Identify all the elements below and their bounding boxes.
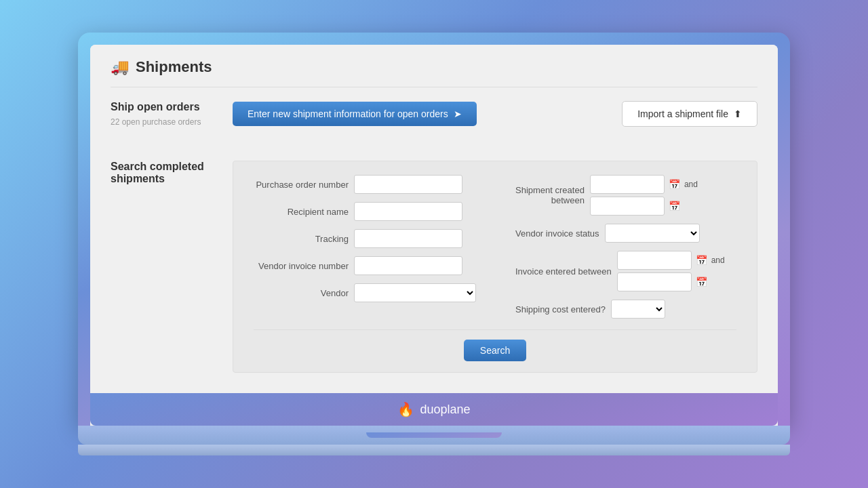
- duoplane-footer: 🔥 duoplane: [90, 393, 778, 426]
- import-shipment-button[interactable]: Import a shipment file ⬆: [622, 101, 757, 127]
- laptop-base: [78, 426, 790, 445]
- ship-open-orders-section: Ship open orders 22 open purchase orders…: [111, 101, 757, 140]
- shipment-created-label: Shipment createdbetween: [515, 185, 585, 205]
- ship-open-orders-label: Ship open orders 22 open purchase orders: [111, 101, 219, 127]
- invoice-entered-row: Invoice entered between 📅 and: [515, 251, 736, 291]
- invoice-entered-end[interactable]: [617, 272, 692, 291]
- import-shipment-label: Import a shipment file: [637, 108, 728, 119]
- shipment-created-row: Shipment createdbetween 📅 and: [515, 175, 736, 216]
- search-form: Purchase order number Recipient name: [233, 161, 757, 373]
- search-completed-label: Search completedshipments: [111, 161, 219, 373]
- shipping-cost-select[interactable]: Yes No: [611, 300, 665, 319]
- purchase-order-input[interactable]: [354, 175, 462, 194]
- shipment-created-end-row: 📅: [590, 197, 698, 216]
- vendor-invoice-status-select[interactable]: [605, 224, 700, 243]
- recipient-name-input[interactable]: [354, 202, 462, 221]
- ship-actions: Enter new shipment information for open …: [233, 101, 757, 127]
- search-button[interactable]: Search: [464, 340, 526, 361]
- invoice-entered-dates: 📅 and 📅: [617, 251, 725, 291]
- upload-icon: ⬆: [734, 108, 742, 119]
- invoice-entered-label: Invoice entered between: [515, 266, 612, 277]
- search-completed-heading: Search completedshipments: [111, 161, 219, 185]
- shipment-created-start-row: 📅 and: [590, 175, 698, 194]
- vendor-label: Vendor: [254, 288, 349, 298]
- laptop-stand: [78, 445, 790, 455]
- search-section: Search completedshipments Purchase order…: [111, 161, 757, 373]
- shipping-cost-label: Shipping cost entered?: [515, 304, 606, 314]
- vendor-invoice-status-row: Vendor invoice status: [515, 224, 736, 243]
- duoplane-logo-icon: 🔥: [397, 401, 414, 418]
- recipient-name-row: Recipient name: [254, 202, 481, 221]
- calendar-icon-1[interactable]: 📅: [669, 179, 680, 190]
- tracking-input[interactable]: [354, 229, 462, 248]
- tracking-label: Tracking: [254, 234, 349, 244]
- laptop-notch: [366, 432, 502, 438]
- calendar-icon-4[interactable]: 📅: [696, 277, 707, 287]
- vendor-invoice-number-row: Vendor invoice number: [254, 256, 481, 275]
- search-bar: Search: [254, 329, 736, 361]
- and-label-1: and: [684, 180, 698, 189]
- vendor-invoice-number-input[interactable]: [354, 256, 462, 275]
- arrow-icon: ➤: [454, 108, 462, 119]
- truck-icon: 🚚: [111, 58, 129, 76]
- purchase-order-label: Purchase order number: [254, 180, 349, 190]
- calendar-icon-3[interactable]: 📅: [696, 255, 707, 266]
- invoice-entered-start-row: 📅 and: [617, 251, 725, 270]
- vendor-row: Vendor: [254, 283, 481, 302]
- vendor-invoice-status-label: Vendor invoice status: [515, 228, 599, 239]
- ship-open-orders-heading: Ship open orders: [111, 101, 219, 113]
- form-grid: Purchase order number Recipient name: [254, 175, 736, 319]
- enter-shipment-button[interactable]: Enter new shipment information for open …: [233, 102, 477, 126]
- shipment-created-dates: 📅 and 📅: [590, 175, 698, 216]
- page-title: Shipments: [136, 58, 212, 76]
- vendor-select[interactable]: [354, 283, 476, 302]
- open-orders-count: 22 open purchase orders: [111, 117, 219, 127]
- shipping-cost-row: Shipping cost entered? Yes No: [515, 300, 736, 319]
- shipment-created-end[interactable]: [590, 197, 665, 216]
- shipment-created-start[interactable]: [590, 175, 665, 194]
- invoice-entered-end-row: 📅: [617, 272, 725, 291]
- tracking-row: Tracking: [254, 229, 481, 248]
- vendor-invoice-number-label: Vendor invoice number: [254, 261, 349, 271]
- page-header: 🚚 Shipments: [111, 58, 757, 87]
- and-label-2: and: [711, 256, 725, 265]
- purchase-order-row: Purchase order number: [254, 175, 481, 194]
- recipient-name-label: Recipient name: [254, 207, 349, 217]
- duoplane-brand: duoplane: [420, 403, 470, 417]
- enter-shipment-label: Enter new shipment information for open …: [248, 108, 448, 119]
- invoice-entered-start[interactable]: [617, 251, 692, 270]
- calendar-icon-2[interactable]: 📅: [669, 201, 680, 211]
